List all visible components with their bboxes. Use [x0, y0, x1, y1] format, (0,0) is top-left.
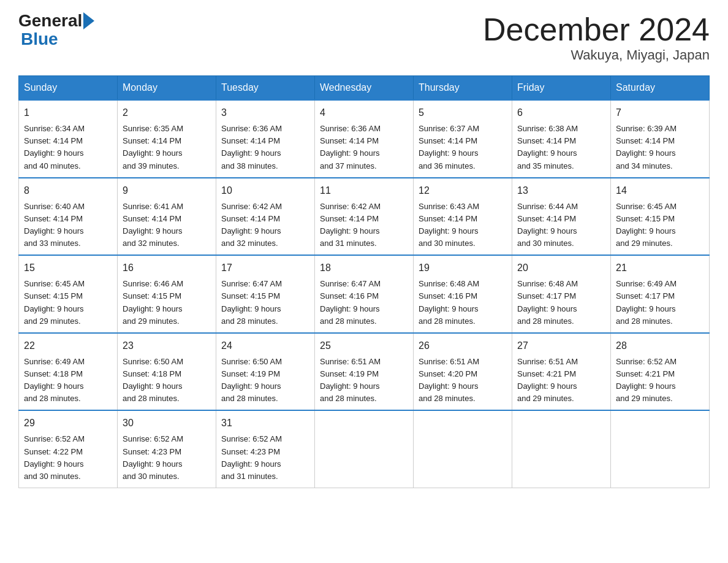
day-info: Sunrise: 6:50 AMSunset: 4:19 PMDaylight:…	[221, 356, 309, 405]
col-monday: Monday	[118, 76, 216, 101]
calendar-day-cell: 10Sunrise: 6:42 AMSunset: 4:14 PMDayligh…	[216, 178, 315, 256]
day-info: Sunrise: 6:47 AMSunset: 4:15 PMDaylight:…	[221, 278, 309, 327]
day-info: Sunrise: 6:43 AMSunset: 4:14 PMDaylight:…	[419, 201, 507, 250]
calendar-day-cell: 6Sunrise: 6:38 AMSunset: 4:14 PMDaylight…	[512, 100, 611, 178]
calendar-day-cell: 5Sunrise: 6:37 AMSunset: 4:14 PMDaylight…	[414, 100, 512, 178]
day-info: Sunrise: 6:52 AMSunset: 4:22 PMDaylight:…	[24, 433, 112, 483]
day-number: 24	[221, 339, 309, 353]
calendar-day-cell: 22Sunrise: 6:49 AMSunset: 4:18 PMDayligh…	[19, 333, 118, 411]
calendar-week-row: 29Sunrise: 6:52 AMSunset: 4:22 PMDayligh…	[19, 410, 710, 488]
day-info: Sunrise: 6:47 AMSunset: 4:16 PMDaylight:…	[320, 278, 408, 327]
day-info: Sunrise: 6:42 AMSunset: 4:14 PMDaylight:…	[320, 201, 408, 250]
day-number: 19	[419, 261, 507, 275]
day-number: 20	[517, 261, 605, 275]
calendar-day-cell: 15Sunrise: 6:45 AMSunset: 4:15 PMDayligh…	[19, 255, 118, 333]
calendar-day-cell: 18Sunrise: 6:47 AMSunset: 4:16 PMDayligh…	[315, 255, 414, 333]
month-title: December 2024	[483, 12, 710, 47]
day-number: 21	[616, 261, 704, 275]
day-number: 7	[616, 105, 704, 120]
calendar-day-cell	[414, 410, 512, 488]
day-info: Sunrise: 6:46 AMSunset: 4:15 PMDaylight:…	[123, 278, 211, 327]
calendar-week-row: 15Sunrise: 6:45 AMSunset: 4:15 PMDayligh…	[19, 255, 710, 333]
day-number: 22	[24, 339, 112, 353]
day-info: Sunrise: 6:38 AMSunset: 4:14 PMDaylight:…	[517, 123, 605, 172]
calendar-day-cell: 8Sunrise: 6:40 AMSunset: 4:14 PMDaylight…	[19, 178, 118, 256]
day-info: Sunrise: 6:37 AMSunset: 4:14 PMDaylight:…	[419, 123, 507, 172]
calendar-day-cell: 26Sunrise: 6:51 AMSunset: 4:20 PMDayligh…	[414, 333, 512, 411]
day-number: 9	[123, 183, 211, 198]
day-info: Sunrise: 6:44 AMSunset: 4:14 PMDaylight:…	[517, 201, 605, 250]
day-number: 8	[24, 183, 112, 198]
day-number: 5	[419, 105, 507, 120]
day-number: 3	[221, 105, 309, 120]
day-info: Sunrise: 6:34 AMSunset: 4:14 PMDaylight:…	[24, 123, 112, 172]
day-number: 13	[517, 183, 605, 198]
day-number: 23	[123, 339, 211, 353]
day-number: 15	[24, 261, 112, 275]
calendar-day-cell: 24Sunrise: 6:50 AMSunset: 4:19 PMDayligh…	[216, 333, 315, 411]
day-info: Sunrise: 6:36 AMSunset: 4:14 PMDaylight:…	[221, 123, 309, 172]
calendar-day-cell: 17Sunrise: 6:47 AMSunset: 4:15 PMDayligh…	[216, 255, 315, 333]
day-info: Sunrise: 6:51 AMSunset: 4:19 PMDaylight:…	[320, 356, 408, 405]
calendar-day-cell: 30Sunrise: 6:52 AMSunset: 4:23 PMDayligh…	[118, 410, 216, 488]
calendar-day-cell: 13Sunrise: 6:44 AMSunset: 4:14 PMDayligh…	[512, 178, 611, 256]
calendar-day-cell: 3Sunrise: 6:36 AMSunset: 4:14 PMDaylight…	[216, 100, 315, 178]
day-number: 12	[419, 183, 507, 198]
calendar-day-cell: 4Sunrise: 6:36 AMSunset: 4:14 PMDaylight…	[315, 100, 414, 178]
col-tuesday: Tuesday	[216, 76, 315, 101]
day-info: Sunrise: 6:45 AMSunset: 4:15 PMDaylight:…	[616, 201, 704, 250]
calendar-day-cell: 20Sunrise: 6:48 AMSunset: 4:17 PMDayligh…	[512, 255, 611, 333]
calendar-day-cell: 12Sunrise: 6:43 AMSunset: 4:14 PMDayligh…	[414, 178, 512, 256]
calendar-day-cell: 28Sunrise: 6:52 AMSunset: 4:21 PMDayligh…	[611, 333, 710, 411]
logo-general-text: General	[18, 12, 82, 29]
col-friday: Friday	[512, 76, 611, 101]
calendar-day-cell: 1Sunrise: 6:34 AMSunset: 4:14 PMDaylight…	[19, 100, 118, 178]
col-sunday: Sunday	[19, 76, 118, 101]
col-wednesday: Wednesday	[315, 76, 414, 101]
day-number: 10	[221, 183, 309, 198]
day-info: Sunrise: 6:45 AMSunset: 4:15 PMDaylight:…	[24, 278, 112, 327]
day-number: 16	[123, 261, 211, 275]
header-row: Sunday Monday Tuesday Wednesday Thursday…	[19, 76, 710, 101]
day-info: Sunrise: 6:42 AMSunset: 4:14 PMDaylight:…	[221, 201, 309, 250]
day-number: 30	[123, 416, 211, 431]
page-header: General Blue December 2024 Wakuya, Miyag…	[18, 12, 710, 63]
calendar-table: Sunday Monday Tuesday Wednesday Thursday…	[18, 75, 710, 488]
logo: General Blue	[18, 12, 96, 49]
day-info: Sunrise: 6:40 AMSunset: 4:14 PMDaylight:…	[24, 201, 112, 250]
day-number: 14	[616, 183, 704, 198]
calendar-day-cell: 9Sunrise: 6:41 AMSunset: 4:14 PMDaylight…	[118, 178, 216, 256]
calendar-day-cell: 7Sunrise: 6:39 AMSunset: 4:14 PMDaylight…	[611, 100, 710, 178]
day-number: 27	[517, 339, 605, 353]
day-info: Sunrise: 6:36 AMSunset: 4:14 PMDaylight:…	[320, 123, 408, 172]
calendar-day-cell: 23Sunrise: 6:50 AMSunset: 4:18 PMDayligh…	[118, 333, 216, 411]
calendar-day-cell: 19Sunrise: 6:48 AMSunset: 4:16 PMDayligh…	[414, 255, 512, 333]
day-info: Sunrise: 6:50 AMSunset: 4:18 PMDaylight:…	[123, 356, 211, 405]
calendar-day-cell: 14Sunrise: 6:45 AMSunset: 4:15 PMDayligh…	[611, 178, 710, 256]
day-number: 11	[320, 183, 408, 198]
title-section: December 2024 Wakuya, Miyagi, Japan	[483, 12, 710, 63]
calendar-day-cell: 27Sunrise: 6:51 AMSunset: 4:21 PMDayligh…	[512, 333, 611, 411]
day-info: Sunrise: 6:49 AMSunset: 4:18 PMDaylight:…	[24, 356, 112, 405]
day-number: 26	[419, 339, 507, 353]
col-saturday: Saturday	[611, 76, 710, 101]
calendar-day-cell: 21Sunrise: 6:49 AMSunset: 4:17 PMDayligh…	[611, 255, 710, 333]
logo-blue-text: Blue	[21, 29, 58, 48]
day-number: 29	[24, 416, 112, 431]
day-number: 1	[24, 105, 112, 120]
calendar-day-cell: 2Sunrise: 6:35 AMSunset: 4:14 PMDaylight…	[118, 100, 216, 178]
calendar-body: 1Sunrise: 6:34 AMSunset: 4:14 PMDaylight…	[19, 100, 710, 488]
calendar-header: Sunday Monday Tuesday Wednesday Thursday…	[19, 76, 710, 101]
calendar-day-cell: 16Sunrise: 6:46 AMSunset: 4:15 PMDayligh…	[118, 255, 216, 333]
day-info: Sunrise: 6:51 AMSunset: 4:20 PMDaylight:…	[419, 356, 507, 405]
col-thursday: Thursday	[414, 76, 512, 101]
location-text: Wakuya, Miyagi, Japan	[483, 47, 710, 63]
day-number: 6	[517, 105, 605, 120]
calendar-day-cell	[512, 410, 611, 488]
day-number: 25	[320, 339, 408, 353]
day-number: 31	[221, 416, 309, 431]
calendar-week-row: 8Sunrise: 6:40 AMSunset: 4:14 PMDaylight…	[19, 178, 710, 256]
day-info: Sunrise: 6:48 AMSunset: 4:17 PMDaylight:…	[517, 278, 605, 327]
day-info: Sunrise: 6:52 AMSunset: 4:23 PMDaylight:…	[123, 433, 211, 483]
logo-arrow-icon	[83, 12, 94, 29]
